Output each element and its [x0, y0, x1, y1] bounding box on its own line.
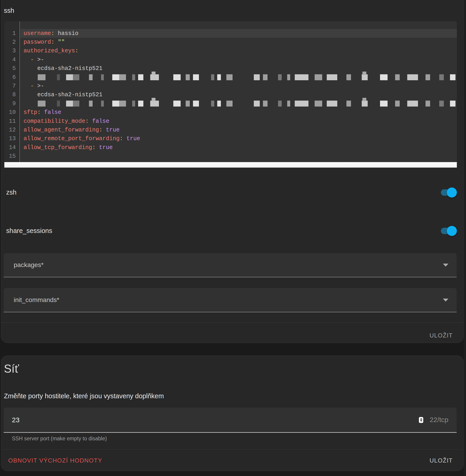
line-number: 1	[4, 30, 20, 37]
network-save-button[interactable]: ULOŽIT	[430, 457, 453, 464]
container-port-label: 22/tcp	[430, 416, 448, 424]
chevron-up-icon[interactable]	[420, 418, 422, 419]
code-line[interactable]: 10sftp: false	[4, 108, 457, 117]
ssh-port-input[interactable]	[12, 408, 149, 432]
config-save-button[interactable]: ULOŽIT	[430, 332, 453, 339]
yaml-code-editor[interactable]: 1username: hassio2password: ""3authorize…	[4, 21, 457, 162]
share-sessions-label: share_sessions	[6, 227, 52, 234]
network-description: Změňte porty hostitele, které jsou vysta…	[4, 392, 164, 400]
line-number: 12	[4, 127, 20, 133]
code-line[interactable]: 13allow_remote_port_forwarding: true	[4, 134, 457, 143]
page-scrollbar[interactable]	[464, 0, 466, 476]
code-line[interactable]: 3authorized_keys:	[4, 47, 457, 55]
code-line[interactable]: 2password: ""	[4, 38, 457, 46]
line-number: 6	[4, 74, 20, 81]
init-commands-dropdown[interactable]: init_commands*	[4, 288, 457, 312]
chevron-down-icon[interactable]	[420, 420, 422, 422]
line-number: 7	[4, 83, 20, 89]
network-footer-divider	[1, 449, 464, 450]
packages-dropdown-label: packages*	[14, 261, 44, 269]
code-line[interactable]: 7 - >-	[4, 82, 457, 90]
code-line[interactable]: 14allow_tcp_forwarding: true	[4, 143, 457, 152]
line-number: 15	[4, 153, 20, 160]
packages-dropdown[interactable]: packages*	[4, 253, 457, 277]
line-number: 9	[4, 100, 20, 107]
toggle-thumb	[447, 187, 457, 197]
chevron-down-icon	[443, 299, 448, 302]
line-number: 13	[4, 135, 20, 142]
network-section-title: Síť	[4, 362, 19, 375]
line-number: 8	[4, 92, 20, 98]
line-number: 14	[4, 144, 20, 151]
line-number: 10	[4, 109, 20, 116]
code-line[interactable]: 5 ecdsa-sha2-nistp521	[4, 64, 457, 73]
port-helper-text: SSH server port (make empty to disable)	[12, 436, 107, 442]
code-line[interactable]: 9	[4, 99, 457, 108]
share-sessions-toggle[interactable]	[441, 226, 457, 236]
line-number: 4	[4, 57, 20, 63]
ssh-section-label: ssh	[4, 7, 14, 14]
toggle-thumb	[447, 226, 457, 236]
zsh-label: zsh	[6, 189, 16, 196]
ssh-port-field[interactable]: 22/tcp	[4, 408, 457, 433]
code-line[interactable]: 4 - >-	[4, 55, 457, 64]
editor-lines: 1username: hassio2password: ""3authorize…	[4, 29, 457, 161]
line-number: 3	[4, 47, 20, 54]
config-footer-divider	[1, 322, 464, 323]
code-line[interactable]: 6	[4, 73, 457, 82]
code-line[interactable]: 12allow_agent_forwarding: true	[4, 126, 457, 134]
code-line[interactable]: 11compatibility_mode: false	[4, 117, 457, 126]
code-line[interactable]: 1username: hassio	[4, 29, 457, 38]
code-line[interactable]: 15	[4, 152, 457, 161]
port-number-stepper[interactable]	[419, 417, 423, 423]
redacted-key-blur	[37, 74, 455, 80]
chevron-down-icon	[443, 264, 448, 267]
line-number: 5	[4, 65, 20, 72]
redacted-key-blur	[37, 101, 455, 106]
line-number: 11	[4, 118, 20, 125]
init-commands-dropdown-label: init_commands*	[14, 296, 59, 304]
reset-defaults-button[interactable]: OBNOVIT VÝCHOZÍ HODNOTY	[8, 457, 102, 464]
line-number: 2	[4, 39, 20, 46]
editor-horizontal-scrollbar[interactable]	[4, 162, 457, 168]
code-line[interactable]: 8 ecdsa-sha2-nistp521	[4, 91, 457, 99]
zsh-toggle[interactable]	[441, 187, 457, 197]
